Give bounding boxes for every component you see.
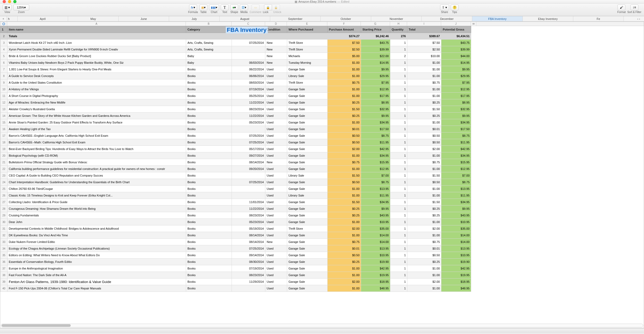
cell-qty[interactable]: 1	[390, 93, 407, 99]
cell-where[interactable]: Garage Sale	[287, 239, 328, 245]
sort-filter-button[interactable]: ↕≡	[630, 5, 638, 10]
cell-price[interactable]: $11.95	[361, 192, 390, 199]
cell-category[interactable]: Books	[186, 152, 232, 159]
cell-category[interactable]: Baby	[186, 53, 232, 59]
cell-qty[interactable]: 1	[390, 232, 407, 239]
cell-price[interactable]: $17.95	[361, 93, 390, 99]
cell-price[interactable]: $19.95	[361, 272, 390, 279]
cell-date[interactable]: 11/01/2014	[232, 199, 265, 205]
cell[interactable]: Totals	[7, 33, 186, 40]
cell-where[interactable]: Garage Sale	[287, 279, 328, 285]
cell-category[interactable]: Books	[186, 99, 232, 106]
cell-price[interactable]: $42.95	[361, 265, 390, 272]
cell-qty[interactable]: 1	[390, 106, 407, 113]
cell-category[interactable]: Books	[186, 285, 232, 292]
row-header[interactable]: 4	[1, 46, 7, 53]
row-header[interactable]: 38	[1, 272, 7, 279]
cell-total[interactable]: $0.01	[407, 126, 441, 132]
cell-item-name[interactable]: A Short Course in Digital Photography	[7, 93, 186, 99]
column-header[interactable]: Total	[407, 26, 441, 33]
cell-condition[interactable]: Used	[265, 252, 287, 259]
cell-price[interactable]: $7.95	[361, 79, 390, 86]
cell-total[interactable]: $0.25	[407, 113, 441, 119]
cell-amount[interactable]: $0.50	[328, 139, 361, 146]
sheet-tab-ebay-inventory[interactable]: Ebay Inventory	[523, 16, 573, 21]
cell-gross[interactable]: $43.95	[441, 212, 471, 219]
column-header[interactable]: Where Purchased	[287, 26, 328, 33]
cell-price[interactable]: $35.00	[361, 225, 390, 232]
row-header[interactable]: 35	[1, 252, 7, 259]
cell-date[interactable]	[232, 46, 265, 53]
cell-where[interactable]: Garage Sale	[287, 245, 328, 252]
table-row[interactable]: 23CEO Capital: A Guide to Building CEO R…	[1, 172, 471, 179]
cell-amount[interactable]: $1.50	[328, 172, 361, 179]
cell-total[interactable]: $0.50	[407, 252, 441, 259]
cell-category[interactable]: Books	[186, 119, 232, 126]
formula-button[interactable]: fx ▾	[189, 5, 197, 10]
cell-amount[interactable]: $0.75	[328, 239, 361, 245]
table-row[interactable]: 13Aleister Crowley's Illustrated GoetiaB…	[1, 106, 471, 113]
cell-amount[interactable]: $1.00	[328, 272, 361, 279]
cell-condition[interactable]: Used	[265, 265, 287, 272]
cell-condition[interactable]: Used	[265, 66, 287, 73]
sheet-tab-fba-inventory[interactable]: FBA Inventory	[472, 16, 523, 21]
table-row[interactable]: 71,001 Low-Fat Soups & Stews: From Elega…	[1, 66, 471, 73]
cell-price[interactable]: $12.95	[361, 166, 390, 172]
cell-condition[interactable]: New	[265, 40, 287, 46]
cell-date[interactable]: 08/14/2014	[232, 232, 265, 239]
table-row[interactable]: 8A Guide to Service Desk ConceptsBooks06…	[1, 73, 471, 79]
cell-condition[interactable]: New	[265, 159, 287, 166]
table-row[interactable]: 12Age of Miracles: Embracing the New Mid…	[1, 99, 471, 106]
sheet-tab-april[interactable]: April	[18, 16, 68, 21]
cell-gross[interactable]: $14.95	[441, 59, 471, 66]
cell-total[interactable]: $0.50	[407, 139, 441, 146]
cell-qty[interactable]: 1	[390, 279, 407, 285]
cell-qty[interactable]: 1	[390, 73, 407, 79]
cell-condition[interactable]: Used	[265, 79, 287, 86]
cell-condition[interactable]: Used	[265, 179, 287, 186]
cell-date[interactable]: 07/25/2014	[232, 179, 265, 186]
table-row[interactable]: 22California building performance guidel…	[1, 166, 471, 172]
cell[interactable]: $6,242.46	[361, 33, 390, 40]
cell-condition[interactable]: Used	[265, 205, 287, 212]
cell-amount[interactable]: $0.50	[328, 179, 361, 186]
cell-where[interactable]: Garage Sale	[287, 272, 328, 279]
column-header[interactable]: Potential Gross	[441, 26, 471, 33]
table-row[interactable]: 20Biological Psychology (with CD-ROM)Boo…	[1, 152, 471, 159]
cell-total[interactable]: $1.00	[407, 73, 441, 79]
cell-total[interactable]: $0.01	[407, 245, 441, 252]
cell-qty[interactable]: 1	[390, 179, 407, 186]
cell-gross[interactable]: $35.00	[441, 225, 471, 232]
table-row[interactable]: 29Cruising FundamentalsBooks08/23/2014Us…	[1, 212, 471, 219]
cell[interactable]	[232, 33, 265, 40]
cell-where[interactable]: Garage Sale	[287, 146, 328, 152]
cell-where[interactable]: Garage Sale	[287, 252, 328, 259]
cell-condition[interactable]: Used	[265, 132, 287, 139]
table-row[interactable]: 31Developmental Contexts in Middle Child…	[1, 225, 471, 232]
sheet-tab-fe[interactable]: Fe	[573, 16, 624, 21]
cell-category[interactable]: Books	[186, 272, 232, 279]
cell-qty[interactable]: 1	[390, 192, 407, 199]
cell-qty[interactable]: 1	[390, 126, 407, 132]
cell-category[interactable]: Books	[186, 146, 232, 152]
cell-amount[interactable]: $1.00	[328, 86, 361, 93]
cell-amount[interactable]: $1.00	[328, 186, 361, 192]
row-header[interactable]: 33	[1, 239, 7, 245]
table-row[interactable]: 4Xyron Permanent Double-Sided Laminate R…	[1, 46, 471, 53]
cell-amount[interactable]: $1.00	[328, 73, 361, 79]
table-row[interactable]: 30Dear JohnBooks05/23/2014UsedGarage Sal…	[1, 219, 471, 225]
cell-price[interactable]: $11.95	[361, 139, 390, 146]
cell-qty[interactable]: 1	[390, 79, 407, 86]
cell-item-name[interactable]: A History of the Vikings	[7, 86, 186, 93]
cell-category[interactable]: Books	[186, 186, 232, 192]
cell-category[interactable]: Arts, Crafts, Sewing	[186, 40, 232, 46]
cell-total[interactable]: $2.00	[407, 279, 441, 285]
cell[interactable]	[287, 33, 328, 40]
cell-where[interactable]: Garage Sale	[287, 126, 328, 132]
cell-gross[interactable]: $32.95	[441, 106, 471, 113]
cell-category[interactable]: Books	[186, 126, 232, 132]
cell-total[interactable]: $1.00	[407, 152, 441, 159]
cell-total[interactable]: $1.50	[407, 106, 441, 113]
cell-where[interactable]: Thrift Store	[287, 46, 328, 53]
cell-qty[interactable]: 1	[390, 186, 407, 192]
